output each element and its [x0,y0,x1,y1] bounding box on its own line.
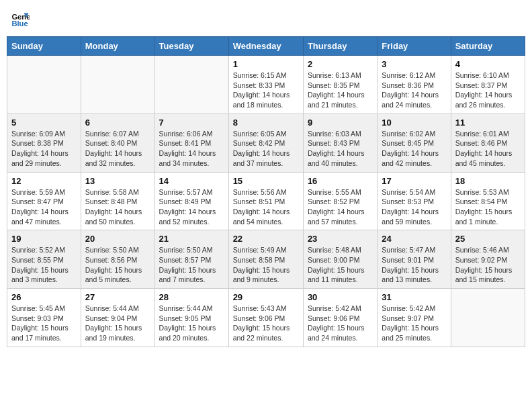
calendar-cell: 11Sunrise: 6:01 AM Sunset: 8:46 PM Dayli… [451,113,525,172]
day-info: Sunrise: 6:05 AM Sunset: 8:42 PM Dayligh… [233,129,299,169]
calendar-cell: 23Sunrise: 5:48 AM Sunset: 9:00 PM Dayli… [303,230,377,289]
calendar-cell [7,56,81,114]
logo-icon: General Blue [11,9,30,28]
day-number: 31 [382,292,446,302]
day-info: Sunrise: 5:57 AM Sunset: 8:49 PM Dayligh… [159,187,224,227]
calendar-week-row: 1Sunrise: 6:15 AM Sunset: 8:33 PM Daylig… [7,56,525,114]
day-info: Sunrise: 5:44 AM Sunset: 9:05 PM Dayligh… [159,304,224,343]
calendar-week-row: 5Sunrise: 6:09 AM Sunset: 8:38 PM Daylig… [7,113,525,172]
calendar-cell: 16Sunrise: 5:55 AM Sunset: 8:52 PM Dayli… [303,172,377,230]
day-info: Sunrise: 5:45 AM Sunset: 9:03 PM Dayligh… [11,304,77,343]
day-info: Sunrise: 6:02 AM Sunset: 8:45 PM Dayligh… [382,129,446,169]
day-info: Sunrise: 6:10 AM Sunset: 8:37 PM Dayligh… [455,71,521,110]
day-number: 10 [382,118,446,128]
day-info: Sunrise: 5:55 AM Sunset: 8:52 PM Dayligh… [308,187,373,227]
calendar-cell: 8Sunrise: 6:05 AM Sunset: 8:42 PM Daylig… [228,113,303,172]
day-number: 28 [159,292,224,302]
calendar-cell: 25Sunrise: 5:46 AM Sunset: 9:02 PM Dayli… [451,230,525,289]
day-number: 19 [11,234,77,244]
day-info: Sunrise: 5:58 AM Sunset: 8:48 PM Dayligh… [85,187,150,227]
day-number: 27 [85,292,150,302]
calendar-cell: 1Sunrise: 6:15 AM Sunset: 8:33 PM Daylig… [228,56,303,114]
day-info: Sunrise: 6:13 AM Sunset: 8:35 PM Dayligh… [308,71,373,110]
day-number: 3 [382,59,446,69]
calendar-cell: 24Sunrise: 5:47 AM Sunset: 9:01 PM Dayli… [378,230,451,289]
day-number: 24 [382,234,446,244]
day-number: 21 [159,234,224,244]
day-info: Sunrise: 6:09 AM Sunset: 8:38 PM Dayligh… [11,129,77,169]
day-info: Sunrise: 6:01 AM Sunset: 8:46 PM Dayligh… [455,129,521,169]
calendar-cell: 12Sunrise: 5:59 AM Sunset: 8:47 PM Dayli… [7,172,81,230]
calendar-table: SundayMondayTuesdayWednesdayThursdayFrid… [7,36,525,347]
day-number: 6 [85,118,150,128]
day-info: Sunrise: 5:50 AM Sunset: 8:56 PM Dayligh… [85,245,150,285]
day-info: Sunrise: 6:12 AM Sunset: 8:36 PM Dayligh… [382,71,446,110]
calendar-cell: 31Sunrise: 5:42 AM Sunset: 9:07 PM Dayli… [378,289,451,347]
svg-text:Blue: Blue [11,19,28,28]
calendar-cell: 5Sunrise: 6:09 AM Sunset: 8:38 PM Daylig… [7,113,81,172]
weekday-header-saturday: Saturday [451,37,525,56]
weekday-header-wednesday: Wednesday [228,37,303,56]
calendar-cell: 2Sunrise: 6:13 AM Sunset: 8:35 PM Daylig… [303,56,377,114]
calendar-cell: 17Sunrise: 5:54 AM Sunset: 8:53 PM Dayli… [378,172,451,230]
day-info: Sunrise: 5:44 AM Sunset: 9:04 PM Dayligh… [85,304,150,343]
weekday-header-monday: Monday [81,37,154,56]
calendar-cell: 22Sunrise: 5:49 AM Sunset: 8:58 PM Dayli… [228,230,303,289]
day-number: 4 [455,59,521,69]
day-info: Sunrise: 5:48 AM Sunset: 9:00 PM Dayligh… [308,245,373,285]
calendar-cell: 28Sunrise: 5:44 AM Sunset: 9:05 PM Dayli… [154,289,228,347]
calendar-cell: 19Sunrise: 5:52 AM Sunset: 8:55 PM Dayli… [7,230,81,289]
day-info: Sunrise: 5:50 AM Sunset: 8:57 PM Dayligh… [159,245,224,285]
calendar-cell: 4Sunrise: 6:10 AM Sunset: 8:37 PM Daylig… [451,56,525,114]
day-number: 22 [233,234,299,244]
day-number: 9 [308,118,373,128]
weekday-header-friday: Friday [378,37,451,56]
day-info: Sunrise: 5:47 AM Sunset: 9:01 PM Dayligh… [382,245,446,285]
calendar-cell: 30Sunrise: 5:42 AM Sunset: 9:06 PM Dayli… [303,289,377,347]
day-number: 2 [308,59,373,69]
day-number: 30 [308,292,373,302]
day-number: 17 [382,176,446,186]
day-number: 13 [85,176,150,186]
day-number: 11 [455,118,521,128]
header: General Blue [7,7,525,31]
calendar-cell: 10Sunrise: 6:02 AM Sunset: 8:45 PM Dayli… [378,113,451,172]
weekday-header-row: SundayMondayTuesdayWednesdayThursdayFrid… [7,37,525,56]
day-number: 16 [308,176,373,186]
day-info: Sunrise: 5:49 AM Sunset: 8:58 PM Dayligh… [233,245,299,285]
day-info: Sunrise: 5:56 AM Sunset: 8:51 PM Dayligh… [233,187,299,227]
day-info: Sunrise: 5:52 AM Sunset: 8:55 PM Dayligh… [11,245,77,285]
calendar-cell: 9Sunrise: 6:03 AM Sunset: 8:43 PM Daylig… [303,113,377,172]
calendar-cell: 29Sunrise: 5:43 AM Sunset: 9:06 PM Dayli… [228,289,303,347]
day-info: Sunrise: 5:53 AM Sunset: 8:54 PM Dayligh… [455,187,521,227]
day-info: Sunrise: 6:07 AM Sunset: 8:40 PM Dayligh… [85,129,150,169]
calendar-cell: 15Sunrise: 5:56 AM Sunset: 8:51 PM Dayli… [228,172,303,230]
calendar-cell [451,289,525,347]
calendar-cell: 27Sunrise: 5:44 AM Sunset: 9:04 PM Dayli… [81,289,154,347]
day-number: 29 [233,292,299,302]
calendar-cell: 20Sunrise: 5:50 AM Sunset: 8:56 PM Dayli… [81,230,154,289]
calendar-week-row: 12Sunrise: 5:59 AM Sunset: 8:47 PM Dayli… [7,172,525,230]
day-info: Sunrise: 6:15 AM Sunset: 8:33 PM Dayligh… [233,71,299,110]
calendar-week-row: 19Sunrise: 5:52 AM Sunset: 8:55 PM Dayli… [7,230,525,289]
weekday-header-sunday: Sunday [7,37,81,56]
calendar-cell: 13Sunrise: 5:58 AM Sunset: 8:48 PM Dayli… [81,172,154,230]
calendar-cell: 14Sunrise: 5:57 AM Sunset: 8:49 PM Dayli… [154,172,228,230]
calendar-cell [81,56,154,114]
day-info: Sunrise: 5:43 AM Sunset: 9:06 PM Dayligh… [233,304,299,343]
day-number: 18 [455,176,521,186]
day-number: 1 [233,59,299,69]
calendar-cell: 7Sunrise: 6:06 AM Sunset: 8:41 PM Daylig… [154,113,228,172]
day-number: 23 [308,234,373,244]
day-number: 12 [11,176,77,186]
calendar-week-row: 26Sunrise: 5:45 AM Sunset: 9:03 PM Dayli… [7,289,525,347]
day-number: 25 [455,234,521,244]
day-info: Sunrise: 5:46 AM Sunset: 9:02 PM Dayligh… [455,245,521,285]
day-number: 7 [159,118,224,128]
day-number: 15 [233,176,299,186]
day-info: Sunrise: 5:54 AM Sunset: 8:53 PM Dayligh… [382,187,446,227]
day-number: 8 [233,118,299,128]
calendar-cell: 6Sunrise: 6:07 AM Sunset: 8:40 PM Daylig… [81,113,154,172]
calendar-cell: 21Sunrise: 5:50 AM Sunset: 8:57 PM Dayli… [154,230,228,289]
day-number: 14 [159,176,224,186]
